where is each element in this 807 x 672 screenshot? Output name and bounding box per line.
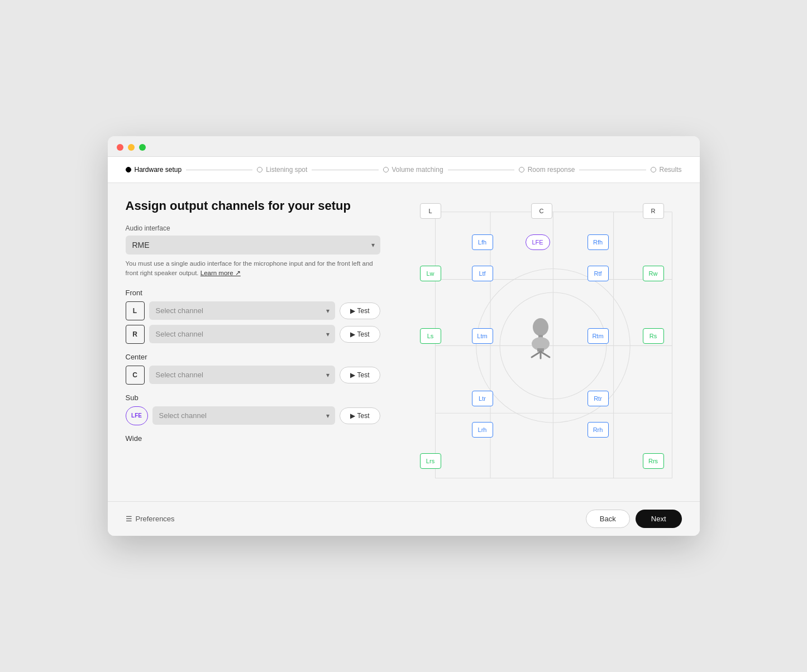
audio-interface-select-wrapper: RME ▾ [126,236,380,255]
step-results-dot [651,167,656,172]
app-window: Hardware setup Listening spot Volume mat… [108,136,700,536]
progress-line-1 [186,170,252,170]
titlebar [108,136,700,157]
group-title-front: Front [126,289,380,297]
step-hardware[interactable]: Hardware setup [126,166,182,174]
spk-R[interactable]: R [643,203,664,219]
step-room[interactable]: Room response [519,166,575,174]
channel-row-L: L Select channel ▾ ▶ Test [126,301,380,320]
close-button[interactable] [117,144,123,151]
channel-badge-C: C [126,366,145,385]
spk-Rfh[interactable]: Rfh [588,234,609,250]
audio-interface-select[interactable]: RME [126,236,380,255]
step-hardware-label: Hardware setup [135,166,182,174]
spk-Lrs[interactable]: Lrs [420,453,441,469]
spk-Rtm[interactable]: Rtm [588,328,609,344]
step-volume-label: Volume matching [392,166,443,174]
channel-select-R-wrapper: Select channel ▾ [149,325,336,343]
left-panel: Assign output channels for your setup Au… [108,183,398,501]
spk-Ltf[interactable]: Ltf [472,266,493,281]
minimize-button[interactable] [128,144,135,151]
channel-row-R: R Select channel ▾ ▶ Test [126,325,380,344]
channel-select-LFE-wrapper: Select channel ▾ [152,406,336,425]
channel-select-LFE[interactable]: Select channel [152,406,336,425]
learn-more-link[interactable]: Learn more ↗ [200,270,241,276]
progress-line-4 [579,170,646,170]
progress-line-2 [312,170,378,170]
channel-select-L[interactable]: Select channel [149,301,336,320]
test-button-L[interactable]: ▶ Test [340,303,380,319]
step-volume-dot [383,167,389,172]
svg-point-12 [533,318,548,336]
step-results[interactable]: Results [651,166,682,174]
preferences-icon: ☰ [126,515,132,523]
audio-interface-label: Audio interface [126,224,380,232]
group-title-center: Center [126,353,380,361]
spk-Ltr[interactable]: Ltr [472,391,493,406]
info-text: You must use a single audio interface fo… [126,259,380,279]
spk-Rrs[interactable]: Rrs [643,453,664,469]
channel-row-C: C Select channel ▾ ▶ Test [126,366,380,385]
spk-Rtr[interactable]: Rtr [588,391,609,406]
channel-group-center: Center C Select channel ▾ ▶ Test [126,353,380,385]
channel-badge-R: R [126,325,145,344]
footer: ☰ Preferences Back Next [108,501,700,536]
channel-group-front: Front L Select channel ▾ ▶ Test R [126,289,380,344]
back-button[interactable]: Back [586,510,630,528]
channel-select-L-wrapper: Select channel ▾ [149,301,336,320]
step-room-dot [519,167,524,172]
svg-line-16 [532,352,541,357]
test-button-LFE[interactable]: ▶ Test [340,407,380,424]
spk-Lw[interactable]: Lw [420,266,441,281]
page-title: Assign output channels for your setup [126,199,380,213]
footer-actions: Back Next [586,510,682,528]
spk-Ltm[interactable]: Ltm [472,328,493,344]
channel-badge-L: L [126,301,145,320]
spk-Lrh[interactable]: Lrh [472,422,493,438]
main-content: Assign output channels for your setup Au… [108,183,700,501]
spk-Lfh[interactable]: Lfh [472,234,493,250]
spk-Rtf[interactable]: Rtf [588,266,609,281]
channel-badge-LFE: LFE [126,406,148,425]
test-button-R[interactable]: ▶ Test [340,326,380,343]
next-button[interactable]: Next [636,510,682,528]
svg-line-18 [541,352,550,357]
step-listening[interactable]: Listening spot [257,166,307,174]
audio-interface-section: Audio interface RME ▾ You must use a sin… [126,224,380,279]
step-results-label: Results [660,166,682,174]
spk-Rw[interactable]: Rw [643,266,664,281]
step-room-label: Room response [528,166,575,174]
preferences-label: Preferences [136,515,175,523]
test-button-C[interactable]: ▶ Test [340,367,380,383]
maximize-button[interactable] [139,144,146,151]
channel-group-wide: Wide [126,434,380,443]
channel-group-sub: Sub LFE Select channel ▾ ▶ Test [126,393,380,425]
progress-line-3 [448,170,514,170]
preferences-button[interactable]: ☰ Preferences [126,515,175,523]
microphone-figure [518,315,563,359]
step-volume[interactable]: Volume matching [383,166,443,174]
speaker-diagram: L C R Lfh LFE Rfh Lw Ltf Rtf Rw [409,194,689,490]
channel-select-R[interactable]: Select channel [149,325,336,343]
step-hardware-dot [126,167,131,172]
group-title-wide: Wide [126,434,380,443]
channel-select-C[interactable]: Select channel [149,366,336,384]
spk-C[interactable]: C [531,203,552,219]
spk-L[interactable]: L [420,203,441,219]
spk-Ls[interactable]: Ls [420,328,441,344]
progress-bar: Hardware setup Listening spot Volume mat… [108,157,700,183]
step-listening-label: Listening spot [266,166,307,174]
spk-Rs[interactable]: Rs [643,328,664,344]
spk-LFE[interactable]: LFE [526,234,550,250]
spk-Rrh[interactable]: Rrh [588,422,609,438]
right-panel: L C R Lfh LFE Rfh Lw Ltf Rtf Rw [398,183,700,501]
channel-select-C-wrapper: Select channel ▾ [149,366,336,384]
channel-row-LFE: LFE Select channel ▾ ▶ Test [126,406,380,425]
step-listening-dot [257,167,262,172]
group-title-sub: Sub [126,393,380,402]
